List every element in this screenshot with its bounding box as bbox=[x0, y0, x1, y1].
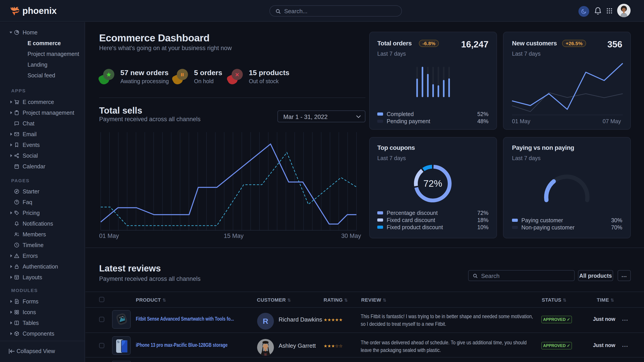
svg-text:72%: 72% bbox=[423, 178, 442, 189]
